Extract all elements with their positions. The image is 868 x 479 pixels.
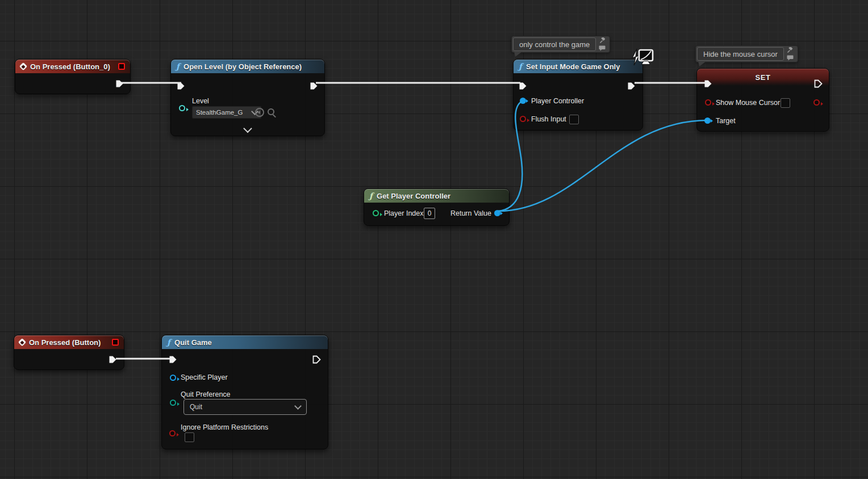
exec-pin-in[interactable] [177, 82, 185, 90]
comment-bubble-icon[interactable] [599, 45, 606, 51]
exec-pin-out[interactable] [814, 79, 823, 88]
node-on-pressed-button[interactable]: On Pressed (Button) [14, 335, 124, 370]
flush-input-checkbox[interactable] [569, 115, 579, 124]
exec-pin-in[interactable] [169, 355, 177, 364]
node-title: On Pressed (Button) [29, 338, 101, 347]
comment-bubble-hide-cursor[interactable]: Hide the mouse cursor [695, 45, 798, 62]
ignore-platform-restrictions-pin[interactable] [169, 430, 176, 436]
event-icon [18, 338, 26, 346]
node-set-show-mouse-cursor[interactable]: SET Show Mouse Cursor Target [696, 68, 829, 132]
node-title: SET [756, 73, 771, 82]
flush-input-pin[interactable] [520, 116, 526, 122]
node-title: Set Input Mode Game Only [526, 62, 620, 71]
comment-text: Hide the mouse cursor [697, 47, 784, 61]
comment-text: only control the game [513, 37, 596, 51]
level-asset-dropdown[interactable]: StealthGame_G [192, 106, 261, 119]
exec-pin-out[interactable] [627, 82, 636, 90]
pin-label-quit-preference: Quit Preference [181, 390, 231, 398]
player-controller-pin[interactable] [520, 98, 526, 104]
client-only-monitor-icon [629, 48, 654, 69]
browse-asset-icon[interactable] [268, 108, 274, 115]
pin-icon[interactable] [787, 47, 793, 53]
specific-player-pin[interactable] [170, 375, 176, 381]
node-on-pressed-button0[interactable]: On Pressed (Button_0) [15, 59, 131, 94]
show-mouse-cursor-checkbox[interactable] [781, 98, 790, 108]
player-index-input[interactable]: 0 [424, 208, 435, 219]
pin-icon[interactable] [599, 37, 606, 44]
exec-pin-in[interactable] [519, 82, 527, 90]
comment-bubble-icon[interactable] [787, 55, 794, 61]
node-title: On Pressed (Button_0) [30, 62, 110, 71]
node-title: Open Level (by Object Reference) [183, 62, 302, 71]
function-icon: ƒ [167, 338, 170, 346]
level-pin[interactable] [179, 105, 185, 111]
player-index-pin[interactable] [373, 210, 379, 216]
level-asset-value: StealthGame_G [196, 109, 243, 116]
pin-label-level: Level [192, 97, 209, 105]
delegate-pin-icon[interactable] [112, 339, 119, 346]
function-icon: ƒ [519, 62, 522, 70]
node-open-level[interactable]: ƒ Open Level (by Object Reference) Level… [170, 59, 325, 136]
blueprint-graph-canvas[interactable]: only control the game Hide the mouse cur… [0, 0, 868, 479]
target-pin[interactable] [704, 117, 711, 124]
pin-label-specific-player: Specific Player [181, 373, 228, 381]
ignore-platform-restrictions-checkbox[interactable] [185, 432, 194, 442]
exec-pin-out[interactable] [312, 355, 321, 364]
data-wire-returnvalue-target[interactable] [498, 120, 707, 211]
node-title: Quit Game [174, 338, 212, 347]
comment-tail [514, 52, 522, 57]
pin-label-return-value: Return Value [450, 209, 491, 217]
pin-label-target: Target [716, 117, 736, 125]
expand-advanced-icon[interactable] [243, 124, 252, 133]
quit-preference-value: Quit [190, 403, 202, 411]
node-title: Get Player Controller [377, 192, 450, 200]
pin-label-player-index: Player Index [384, 209, 423, 217]
function-icon: ƒ [176, 62, 180, 70]
pin-label-ignore-platform-restrictions: Ignore Platform Restrictions [181, 423, 268, 431]
quit-preference-dropdown[interactable]: Quit [183, 399, 307, 415]
return-value-pin[interactable] [494, 210, 500, 216]
delegate-pin-icon[interactable] [118, 63, 125, 70]
chevron-down-icon [294, 402, 302, 410]
show-mouse-cursor-pin-in[interactable] [705, 99, 711, 106]
comment-tail [698, 61, 706, 66]
exec-pin-out[interactable] [310, 82, 318, 90]
node-quit-game[interactable]: ƒ Quit Game Specific Player Quit Prefere… [161, 335, 328, 449]
pin-label-show-mouse-cursor: Show Mouse Cursor [716, 99, 780, 107]
use-selected-asset-icon[interactable] [255, 108, 264, 117]
quit-preference-pin[interactable] [170, 400, 176, 406]
pin-label-player-controller: Player Controller [531, 97, 584, 105]
exec-pin-out[interactable] [115, 79, 124, 88]
exec-pin-out[interactable] [108, 355, 117, 364]
node-get-player-controller[interactable]: ƒ Get Player Controller Player Index 0 R… [364, 188, 510, 226]
exec-pin-in[interactable] [704, 79, 712, 88]
comment-bubble-game-only[interactable]: only control the game [511, 36, 610, 53]
node-set-input-mode-game-only[interactable]: ƒ Set Input Mode Game Only Player Contro… [513, 59, 643, 131]
pin-label-flush-input: Flush Input [531, 115, 566, 123]
show-mouse-cursor-pin-out[interactable] [813, 99, 820, 106]
event-icon [19, 62, 27, 70]
function-icon: ƒ [369, 192, 373, 200]
